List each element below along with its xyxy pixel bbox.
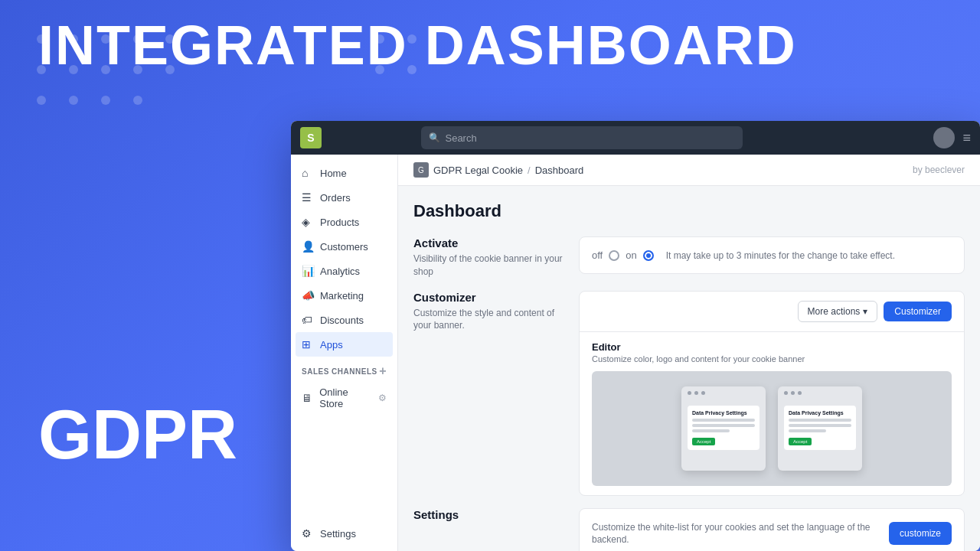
preview-dot-2: [694, 391, 698, 395]
preview-dot-5: [791, 391, 795, 395]
settings-section-row: Settings Customize the white-list for yo…: [413, 508, 965, 551]
sidebar-label-customers: Customers: [320, 241, 368, 253]
editor-section: Editor Customize color, logo and content…: [580, 332, 964, 495]
settings-inner: Customize the white-list for your cookie…: [580, 509, 964, 551]
analytics-icon: 📊: [302, 265, 314, 277]
sidebar-item-orders[interactable]: ☰ Orders: [291, 185, 397, 210]
radio-off-circle: [609, 250, 619, 261]
sidebar-label-discounts: Discounts: [320, 315, 364, 326]
settings-card: Customize the white-list for your cookie…: [579, 508, 965, 551]
preview-accept-btn-1: Accept: [692, 438, 715, 445]
preview-line-5: [789, 424, 851, 427]
sidebar-item-discounts[interactable]: 🏷 Discounts: [291, 308, 397, 332]
settings-label-col: Settings: [413, 508, 567, 524]
by-author-text: by beeclever: [913, 165, 965, 175]
home-icon: ⌂: [302, 167, 314, 179]
search-bar[interactable]: 🔍 Search: [421, 126, 743, 149]
breadcrumb-current-page: Dashboard: [535, 165, 584, 176]
preview-accept-btn-2: Accept: [789, 438, 812, 445]
customize-settings-button[interactable]: customize: [889, 522, 952, 545]
more-actions-chevron-icon: ▾: [863, 306, 867, 317]
preview-modal-title-1: Data Privacy Settings: [692, 410, 755, 416]
sidebar-item-online-store[interactable]: 🖥 Online Store ⚙: [291, 381, 397, 415]
breadcrumb-bar: G GDPR Legal Cookie / Dashboard by beecl…: [398, 155, 980, 186]
preview-modal-2: Data Privacy Settings Accept: [778, 386, 862, 471]
preview-modal-inner-2: Data Privacy Settings Accept: [784, 406, 856, 450]
app-icon: G: [413, 162, 429, 178]
settings-section-title: Settings: [413, 508, 567, 521]
avatar[interactable]: [933, 127, 955, 148]
preview-line-4: [789, 419, 851, 422]
sidebar-item-marketing[interactable]: 📣 Marketing: [291, 283, 397, 308]
activate-card: off on It may take up to 3 minutes for t…: [579, 236, 965, 274]
online-store-icon: 🖥: [302, 392, 313, 404]
more-actions-button[interactable]: More actions ▾: [798, 301, 878, 322]
activate-toggle-row: off on It may take up to 3 minutes for t…: [592, 249, 952, 261]
preview-dot-1: [688, 391, 691, 395]
sidebar-label-analytics: Analytics: [320, 266, 360, 277]
gdpr-heading: GDPR: [38, 396, 237, 474]
toggle-on-label: on: [626, 249, 636, 261]
customizer-card: More actions ▾ Customizer Editor Customi…: [579, 291, 965, 496]
search-input-placeholder: Search: [445, 132, 476, 144]
online-store-settings-icon[interactable]: ⚙: [378, 393, 387, 403]
topbar: S 🔍 Search ≡: [291, 121, 980, 155]
sidebar-item-home[interactable]: ⌂ Home: [291, 161, 397, 185]
sidebar-item-products[interactable]: ◈ Products: [291, 210, 397, 234]
sidebar-label-apps: Apps: [320, 339, 343, 350]
topbar-right-actions: ≡: [933, 127, 971, 148]
breadcrumb: G GDPR Legal Cookie / Dashboard: [413, 162, 583, 178]
products-icon: ◈: [302, 216, 314, 228]
preview-modal-title-2: Data Privacy Settings: [789, 410, 851, 416]
preview-line-6: [789, 429, 826, 432]
breadcrumb-app-name[interactable]: GDPR Legal Cookie: [433, 165, 523, 176]
editor-title: Editor: [592, 341, 952, 353]
marketing-icon: 📣: [302, 289, 314, 302]
main-content: G GDPR Legal Cookie / Dashboard by beecl…: [398, 155, 980, 551]
activate-section-desc: Visibility of the cookie banner in your …: [413, 253, 567, 279]
settings-card-text: Customize the white-list for your cookie…: [592, 521, 889, 547]
content-area: Dashboard Activate Visibility of the coo…: [398, 186, 980, 551]
radio-on[interactable]: [643, 250, 654, 261]
more-actions-label: More actions: [808, 306, 861, 317]
sidebar-label-home: Home: [320, 168, 347, 179]
preview-area: Data Privacy Settings Accept: [592, 371, 952, 486]
sidebar-label-marketing: Marketing: [320, 290, 364, 302]
shopify-logo-icon: S: [300, 127, 322, 148]
activate-note: It may take up to 3 minutes for the chan…: [666, 250, 952, 261]
settings-icon: ⚙: [302, 527, 314, 540]
customizer-label-col: Customizer Customize the style and conte…: [413, 291, 567, 333]
activate-section-row: Activate Visibility of the cookie banner…: [413, 236, 965, 279]
menu-icon[interactable]: ≡: [962, 130, 971, 146]
radio-off[interactable]: [609, 250, 619, 261]
preview-dot-4: [784, 391, 788, 395]
toggle-group: off on: [592, 249, 654, 261]
sidebar-item-analytics[interactable]: 📊 Analytics: [291, 259, 397, 283]
main-heading: INTEGRATED DASHBOARD: [38, 15, 797, 76]
breadcrumb-separator: /: [528, 165, 531, 176]
sidebar: ⌂ Home ☰ Orders ◈ Products 👤 Customers 📊…: [291, 155, 398, 551]
sales-channels-label: SALES CHANNELS: [302, 367, 377, 376]
preview-dots-row: [681, 386, 766, 399]
shopify-admin-window: S 🔍 Search ≡ ⌂ Home ☰ Orders ◈ Products: [291, 121, 980, 551]
preview-line-1: [692, 419, 755, 422]
customers-icon: 👤: [302, 240, 314, 253]
preview-modal-1: Data Privacy Settings Accept: [681, 386, 766, 471]
preview-line-2: [692, 424, 755, 427]
sales-channels-header: SALES CHANNELS +: [291, 357, 397, 381]
sidebar-item-settings[interactable]: ⚙ Settings: [291, 522, 397, 545]
sidebar-item-apps[interactable]: ⊞ Apps: [296, 332, 393, 357]
add-sales-channel-button[interactable]: +: [379, 364, 387, 378]
activate-label-col: Activate Visibility of the cookie banner…: [413, 236, 567, 279]
toggle-off-label: off: [592, 249, 603, 261]
sidebar-label-products: Products: [320, 217, 359, 228]
preview-modal-inner-1: Data Privacy Settings Accept: [688, 406, 760, 450]
sidebar-label-orders: Orders: [320, 192, 351, 204]
preview-line-3: [692, 429, 730, 432]
sidebar-item-customers[interactable]: 👤 Customers: [291, 234, 397, 259]
orders-icon: ☰: [302, 191, 314, 204]
sidebar-label-online-store: Online Store: [319, 386, 372, 409]
customizer-button[interactable]: Customizer: [884, 302, 952, 321]
window-body: ⌂ Home ☰ Orders ◈ Products 👤 Customers 📊…: [291, 155, 980, 551]
preview-dot-3: [701, 391, 705, 395]
